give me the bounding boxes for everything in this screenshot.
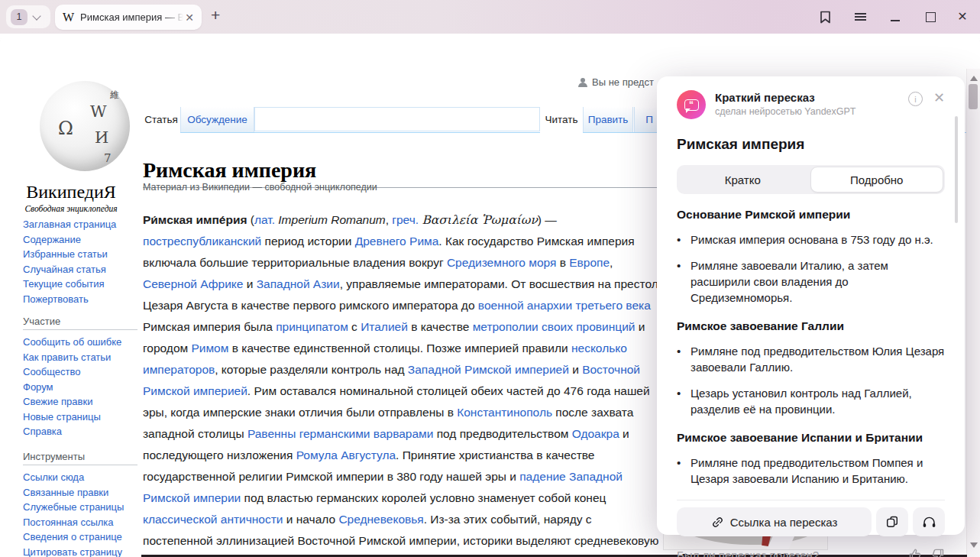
summary-bullet: •Римляне под предводительством Помпея и …: [677, 455, 945, 487]
sidebar-item-cite-page[interactable]: Цитировать страницу: [23, 545, 139, 557]
sidebar-item-contents[interactable]: Содержание: [23, 232, 139, 248]
mode-detailed[interactable]: Подробно: [810, 167, 944, 193]
summary-section: Римское завоевание Галлии •Римляне под п…: [677, 319, 945, 417]
copy-icon: [885, 515, 899, 529]
info-icon[interactable]: i: [908, 92, 923, 106]
browser-toolbar: Я ru.wikipedia.org Римская империя — Вик…: [0, 34, 980, 69]
scroll-thumb[interactable]: [969, 84, 978, 109]
sidebar-tools: Ссылки сюда Связанные правки Служебные с…: [23, 470, 139, 557]
summary-panel: “ Краткий пересказ сделан нейросетью Yan…: [657, 76, 965, 535]
active-tab[interactable]: W Римская империя — В ✕: [55, 5, 202, 30]
sidebar-item-special-pages[interactable]: Служебные страницы: [23, 500, 139, 515]
feedback-question: Был ли пересказ полезен?: [677, 549, 908, 557]
tab-group-selector[interactable]: 1: [6, 5, 50, 28]
sidebar-nav: Заглавная страница Содержание Избранные …: [23, 217, 139, 306]
summary-body: Основание Римской империи •Римская импер…: [677, 208, 945, 487]
section-heading: Римское завоевание Испании и Британии: [677, 431, 945, 445]
sidebar-item-page-info[interactable]: Сведения о странице: [23, 529, 139, 545]
sidebar-item-current-events[interactable]: Текущие события: [23, 277, 139, 292]
summary-article-title: Римская империя: [677, 136, 945, 153]
feedback-row: Был ли пересказ полезен?: [677, 548, 945, 557]
wikipedia-globe-logo[interactable]: Ω W И 7 維: [40, 81, 130, 171]
tabs-spacer: [254, 107, 540, 131]
summary-bullet: •Цезарь установил контроль над Галлией, …: [677, 385, 945, 417]
tab-strip: 1 W Римская империя — В ✕ + ✕: [0, 0, 980, 34]
maximize-button[interactable]: [921, 8, 940, 25]
panel-divider: [677, 500, 945, 500]
scroll-up-arrow[interactable]: [970, 76, 978, 81]
article-paragraph: Ри́мская импе́рия (лат. Imperium Romanum…: [143, 209, 661, 557]
tab-close-icon[interactable]: ✕: [185, 11, 194, 24]
sidebar-item-main-page[interactable]: Заглавная страница: [23, 217, 139, 232]
summary-footer: Ссылка на пересказ: [677, 507, 945, 536]
sidebar-item-help[interactable]: Справка: [23, 424, 139, 439]
page-scrollbar[interactable]: [966, 69, 980, 557]
summary-panel-header: “ Краткий пересказ сделан нейросетью Yan…: [677, 90, 945, 119]
article-subtitle: Материал из Википедии — свободной энцикл…: [143, 182, 377, 193]
summary-bullet: •Римляне завоевали Италию, а затем расши…: [677, 257, 945, 306]
browser-window: 1 W Римская империя — В ✕ + ✕ Я ru.wikip…: [0, 0, 980, 557]
sidebar-header-tools: Инструменты: [23, 451, 137, 465]
sidebar-item-featured[interactable]: Избранные статьи: [23, 247, 139, 262]
sidebar-item-how-to-edit[interactable]: Как править статьи: [23, 350, 139, 365]
thumbs-up-icon[interactable]: [908, 548, 922, 557]
user-status-label: Вы не предст: [592, 76, 654, 88]
summary-bullet: •Римская империя основана в 753 году до …: [677, 232, 945, 248]
summary-bullet: •Римляне под предводительством Юлия Цеза…: [677, 343, 945, 375]
sidebar-item-permanent-link[interactable]: Постоянная ссылка: [23, 515, 139, 530]
minimize-button[interactable]: [886, 8, 904, 25]
mode-brief[interactable]: Кратко: [677, 165, 809, 194]
sidebar-item-forum[interactable]: Форум: [23, 380, 139, 395]
panel-close-icon[interactable]: ✕: [933, 91, 945, 105]
tab-title: Римская империя — В: [80, 11, 183, 23]
menu-icon[interactable]: [851, 8, 869, 25]
sidebar-item-related-changes[interactable]: Связанные правки: [23, 485, 139, 500]
panel-subtitle: сделан нейросетью YandexGPT: [715, 106, 908, 117]
scroll-down-arrow[interactable]: [970, 542, 978, 548]
sidebar-item-report-error[interactable]: Сообщить об ошибке: [23, 335, 139, 350]
section-heading: Римское завоевание Галлии: [677, 319, 945, 333]
link-icon: [711, 516, 724, 529]
sidebar-item-donate[interactable]: Пожертвовать: [23, 292, 139, 307]
summary-section: Римское завоевание Испании и Британии •Р…: [677, 431, 945, 487]
new-tab-button[interactable]: +: [211, 6, 220, 24]
tab-discussion[interactable]: Обсуждение: [180, 107, 254, 132]
sidebar-item-recent-changes[interactable]: Свежие правки: [23, 394, 139, 410]
headphones-icon: [922, 515, 936, 529]
listen-summary-button[interactable]: [913, 507, 945, 536]
wikipedia-tagline: Свободная энциклопедия: [0, 204, 142, 213]
sidebar-item-what-links-here[interactable]: Ссылки сюда: [23, 470, 139, 485]
sidebar-participation: Сообщить об ошибке Как править статьи Со…: [23, 335, 139, 439]
tab-article[interactable]: Статья: [142, 107, 180, 133]
tab-read[interactable]: Читать: [540, 107, 583, 133]
section-heading: Основание Римской империи: [677, 208, 945, 222]
article-body: Ри́мская импе́рия (лат. Imperium Romanum…: [143, 209, 661, 557]
person-icon: [577, 77, 588, 88]
wikipedia-favicon: W: [63, 11, 74, 24]
sidebar-header-participation: Участие: [23, 316, 137, 330]
wikipedia-wordmark[interactable]: ВикипедиЯ: [0, 182, 142, 202]
panel-title: Краткий пересказ: [715, 90, 908, 104]
yandexgpt-icon: “: [677, 90, 706, 119]
chevron-down-icon: [32, 11, 40, 20]
sidebar-item-random[interactable]: Случайная статья: [23, 262, 139, 277]
sidebar-item-community[interactable]: Сообщество: [23, 364, 139, 380]
close-window-button[interactable]: ✕: [953, 8, 972, 25]
side-panel-icon[interactable]: [816, 8, 834, 25]
copy-summary-button[interactable]: [876, 507, 908, 536]
summary-link-label: Ссылка на пересказ: [730, 516, 838, 529]
summary-section: Основание Римской империи •Римская импер…: [677, 208, 945, 306]
tab-count-badge[interactable]: 1: [11, 9, 27, 25]
tab-edit[interactable]: Править: [583, 107, 633, 132]
thumbs-down-icon[interactable]: [931, 548, 945, 557]
summary-link-button[interactable]: Ссылка на пересказ: [677, 507, 872, 536]
panel-scrollbar-thumb[interactable]: [955, 116, 958, 223]
sidebar-item-new-pages[interactable]: Новые страницы: [23, 410, 139, 425]
summary-mode-switch: Кратко Подробно: [677, 165, 945, 194]
user-status[interactable]: Вы не предст: [577, 76, 654, 88]
